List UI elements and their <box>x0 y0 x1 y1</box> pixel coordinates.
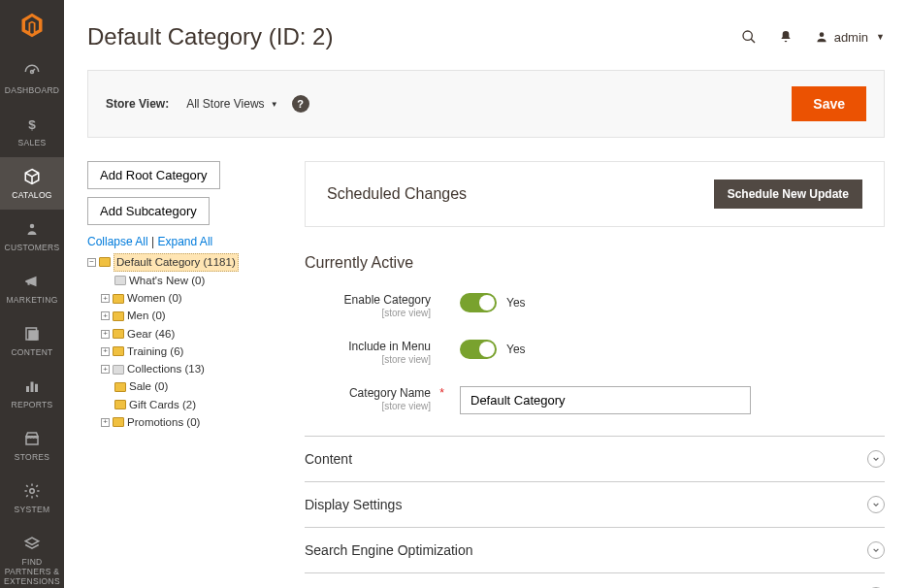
accordion-list: ContentDisplay SettingsSearch Engine Opt… <box>305 436 885 588</box>
category-tree: − Default Category (1181) What's New (0)… <box>87 252 281 432</box>
toggle-value: Yes <box>506 343 526 356</box>
accordion-section[interactable]: Display Settings <box>305 482 885 528</box>
tree-expand-icon[interactable]: + <box>101 418 110 427</box>
nav-label: DASHBOARD <box>5 85 60 95</box>
tree-node[interactable]: What's New (0) <box>101 272 281 289</box>
tree-node[interactable]: +Gear (46) <box>101 325 281 343</box>
nav-marketing[interactable]: MARKETING <box>0 262 64 314</box>
accordion-label: Search Engine Optimization <box>305 542 473 558</box>
currently-active-title: Currently Active <box>305 254 885 272</box>
tree-node-label[interactable]: Collections (13) <box>127 361 205 377</box>
tree-expand-icon[interactable]: + <box>101 294 110 303</box>
nav-catalog[interactable]: CATALOG <box>0 157 64 210</box>
enable-category-toggle[interactable] <box>460 293 497 312</box>
accordion-label: Content <box>305 451 352 467</box>
bell-icon[interactable] <box>778 29 794 45</box>
svg-point-9 <box>819 32 824 37</box>
page-header: Default Category (ID: 2) admin ▼ <box>87 23 885 50</box>
tree-expand-icon[interactable]: + <box>101 311 110 320</box>
scope-label: [store view] <box>305 354 431 365</box>
include-in-menu-row: Include in Menu [store view] Yes <box>305 340 885 365</box>
category-form: Scheduled Changes Schedule New Update Cu… <box>305 161 885 588</box>
nav-reports[interactable]: REPORTS <box>0 367 64 419</box>
cube-icon <box>22 167 42 186</box>
folder-icon <box>114 382 126 392</box>
tree-node-label[interactable]: Men (0) <box>127 308 166 324</box>
tree-node-label[interactable]: Gear (46) <box>127 326 175 343</box>
scheduled-changes-title: Scheduled Changes <box>327 185 467 203</box>
svg-rect-5 <box>31 382 34 393</box>
tree-node[interactable]: +Training (6) <box>101 343 281 360</box>
tree-expand-icon[interactable]: + <box>101 347 110 356</box>
search-icon[interactable] <box>741 29 757 45</box>
tree-node[interactable]: +Collections (13) <box>101 361 281 378</box>
nav-label: FIND PARTNERS & EXTENSIONS <box>2 557 62 586</box>
accordion-section[interactable]: Products in Category <box>305 573 885 588</box>
tree-node-label[interactable]: Training (6) <box>127 343 183 360</box>
folder-icon <box>113 311 124 321</box>
admin-sidebar: DASHBOARD $ SALES CATALOG CUSTOMERS MARK… <box>0 0 64 588</box>
tree-node-label[interactable]: Promotions (0) <box>127 414 200 431</box>
category-sidebar: Add Root Category Add Subcategory Collap… <box>87 161 281 588</box>
folder-icon <box>113 365 124 375</box>
nav-label: CUSTOMERS <box>5 243 60 252</box>
folder-icon <box>114 400 126 409</box>
dollar-icon: $ <box>22 114 42 134</box>
nav-label: SALES <box>18 138 47 147</box>
include-in-menu-label: Include in Menu <box>305 340 431 353</box>
nav-label: STORES <box>15 452 50 462</box>
accordion-section[interactable]: Search Engine Optimization <box>305 528 885 573</box>
tree-expand-icon[interactable]: + <box>101 330 110 339</box>
expand-all-link[interactable]: Expand All <box>158 235 213 248</box>
nav-stores[interactable]: STORES <box>0 419 64 472</box>
tree-node[interactable]: +Women (0) <box>101 290 281 308</box>
add-root-category-button[interactable]: Add Root Category <box>87 161 220 189</box>
accordion-section[interactable]: Content <box>305 436 885 482</box>
nav-system[interactable]: SYSTEM <box>0 472 64 524</box>
tree-expand-icon[interactable]: + <box>101 365 110 374</box>
pages-icon <box>22 324 42 343</box>
nav-sales[interactable]: $ SALES <box>0 105 64 157</box>
person-icon <box>22 219 42 239</box>
scope-label: [store view] <box>305 308 431 318</box>
caret-down-icon: ▼ <box>271 100 278 109</box>
folder-icon <box>113 294 124 304</box>
tree-node[interactable]: +Men (0) <box>101 308 281 325</box>
tree-node[interactable]: Sale (0) <box>101 378 281 396</box>
nav-dashboard[interactable]: DASHBOARD <box>0 52 64 105</box>
admin-account-menu[interactable]: admin ▼ <box>815 30 885 45</box>
megaphone-icon <box>22 272 42 291</box>
category-name-input[interactable] <box>460 386 751 414</box>
folder-icon <box>114 276 126 285</box>
tree-root-node[interactable]: − Default Category (1181) <box>87 252 281 272</box>
user-icon <box>815 30 828 44</box>
tree-node-label[interactable]: Gift Cards (2) <box>129 397 196 413</box>
nav-partners[interactable]: FIND PARTNERS & EXTENSIONS <box>0 524 64 588</box>
schedule-new-update-button[interactable]: Schedule New Update <box>714 180 862 209</box>
store-view-select[interactable]: All Store Views ▼ <box>186 97 277 111</box>
svg-rect-6 <box>35 384 38 392</box>
tree-node-label[interactable]: Sale (0) <box>129 378 168 395</box>
tree-node-label[interactable]: What's New (0) <box>129 273 205 289</box>
magento-logo-icon[interactable] <box>16 10 48 41</box>
tree-node[interactable]: +Promotions (0) <box>101 413 281 431</box>
tree-node[interactable]: Gift Cards (2) <box>101 396 281 413</box>
help-icon[interactable]: ? <box>292 95 309 113</box>
nav-label: CONTENT <box>11 347 52 357</box>
include-in-menu-toggle[interactable] <box>460 340 497 359</box>
save-button[interactable]: Save <box>792 86 866 121</box>
tree-collapse-icon[interactable]: − <box>87 258 96 267</box>
bars-icon <box>22 376 42 396</box>
nav-customers[interactable]: CUSTOMERS <box>0 210 64 262</box>
folder-icon <box>113 417 124 427</box>
svg-text:$: $ <box>28 117 36 132</box>
add-subcategory-button[interactable]: Add Subcategory <box>87 197 210 225</box>
tree-node-label[interactable]: Default Category (1181) <box>114 253 239 272</box>
store-icon <box>22 429 42 448</box>
page-title: Default Category (ID: 2) <box>87 23 333 50</box>
tree-node-label[interactable]: Women (0) <box>127 290 182 307</box>
collapse-all-link[interactable]: Collapse All <box>87 235 148 248</box>
nav-content[interactable]: CONTENT <box>0 314 64 367</box>
caret-down-icon: ▼ <box>876 32 885 42</box>
nav-label: SYSTEM <box>15 505 50 514</box>
